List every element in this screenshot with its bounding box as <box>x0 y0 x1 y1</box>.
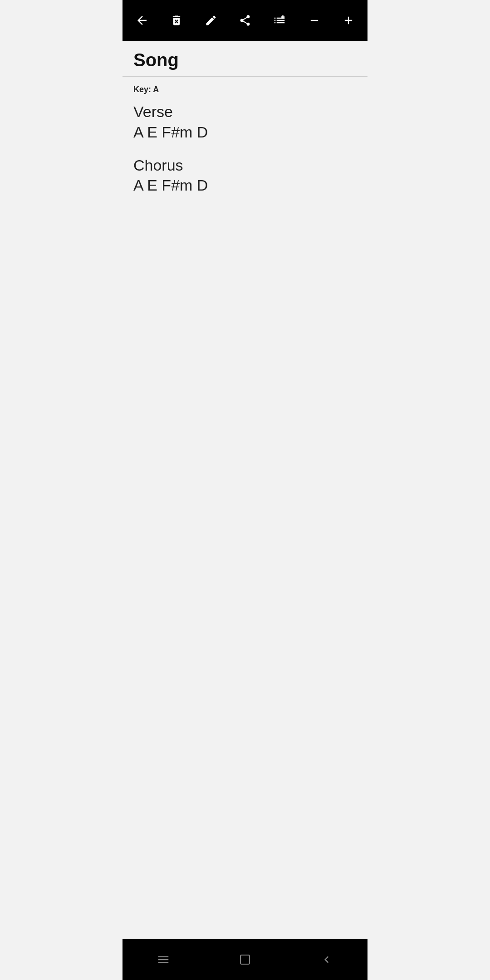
zoom-out-button[interactable] <box>304 10 324 30</box>
edit-button[interactable] <box>201 10 221 30</box>
nav-menu-button[interactable] <box>153 949 174 970</box>
chorus-section-name: Chorus <box>133 156 357 175</box>
song-title: Song <box>133 50 357 70</box>
verse-section: Verse A E F#m D <box>133 103 357 142</box>
delete-button[interactable] <box>167 10 186 30</box>
chorus-section: Chorus A E F#m D <box>133 156 357 195</box>
nav-home-button[interactable] <box>235 949 255 970</box>
verse-section-chords: A E F#m D <box>133 123 357 142</box>
zoom-in-button[interactable] <box>338 10 358 30</box>
verse-section-name: Verse <box>133 103 357 121</box>
song-title-area: Song <box>122 41 368 77</box>
svg-rect-0 <box>240 955 250 964</box>
add-section-button[interactable] <box>269 10 290 31</box>
nav-back-button[interactable] <box>316 949 337 970</box>
content-area: Key: A Verse A E F#m D Chorus A E F#m D <box>122 77 368 939</box>
back-button[interactable] <box>132 10 152 31</box>
key-label: Key: A <box>133 85 357 94</box>
share-button[interactable] <box>235 10 255 30</box>
toolbar <box>122 0 368 41</box>
chorus-section-chords: A E F#m D <box>133 176 357 195</box>
bottom-nav <box>122 939 368 980</box>
